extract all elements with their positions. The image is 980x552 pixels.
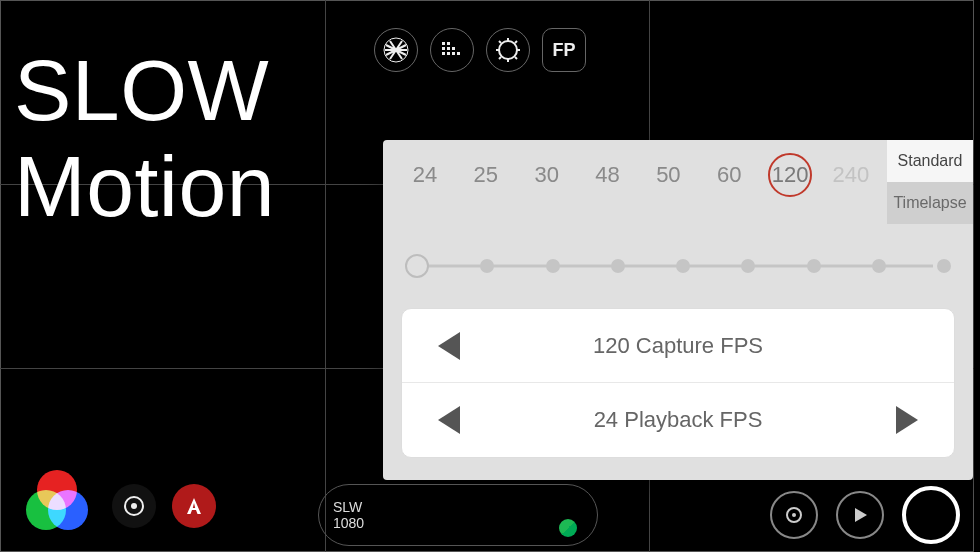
color-balance-icon[interactable] — [26, 470, 88, 532]
capture-fps-decrement[interactable] — [438, 332, 460, 360]
svg-line-18 — [515, 41, 517, 43]
tab-standard[interactable]: Standard — [887, 140, 973, 182]
top-icon-bar: FP — [374, 28, 586, 72]
title-line1: SLOW — [14, 42, 275, 138]
svg-rect-1 — [442, 42, 445, 45]
auto-icon[interactable] — [172, 484, 216, 528]
settings-icon[interactable] — [770, 491, 818, 539]
slider-stop — [872, 259, 886, 273]
svg-rect-5 — [452, 47, 455, 50]
slider-stop — [741, 259, 755, 273]
status-dot-icon — [559, 519, 577, 537]
svg-rect-9 — [457, 52, 460, 55]
title-overlay: SLOW Motion — [14, 42, 275, 235]
slider-stop — [611, 259, 625, 273]
svg-rect-2 — [447, 42, 450, 45]
tab-timelapse[interactable]: Timelapse — [887, 182, 973, 224]
fps-option-240: 240 — [829, 162, 873, 188]
panel-tabs: Standard Timelapse — [887, 140, 973, 224]
svg-rect-3 — [442, 47, 445, 50]
svg-line-17 — [499, 57, 501, 59]
svg-line-15 — [499, 41, 501, 43]
play-icon[interactable] — [836, 491, 884, 539]
record-button[interactable] — [902, 486, 960, 544]
playback-slider[interactable] — [405, 252, 951, 280]
fps-option-24[interactable]: 24 — [403, 162, 447, 188]
capture-fps-label: 120 Capture FPS — [460, 333, 896, 359]
fps-option-25[interactable]: 25 — [464, 162, 508, 188]
playback-fps-increment[interactable] — [896, 406, 918, 434]
playback-fps-decrement[interactable] — [438, 406, 460, 434]
mode-indicator[interactable]: SLW 1080 — [318, 484, 598, 546]
title-line2: Motion — [14, 138, 275, 234]
bottom-bar: SLW 1080 — [0, 442, 980, 552]
slider-stop — [546, 259, 560, 273]
fps-option-48[interactable]: 48 — [586, 162, 630, 188]
slider-stop — [676, 259, 690, 273]
zebra-icon[interactable] — [374, 28, 418, 72]
mode-text: SLW 1080 — [333, 499, 364, 531]
svg-line-16 — [515, 57, 517, 59]
fps-panel: Standard Timelapse 242530485060120240 12… — [383, 140, 973, 480]
playback-fps-label: 24 Playback FPS — [460, 407, 896, 433]
gear-icon[interactable] — [486, 28, 530, 72]
capture-fps-row: 120 Capture FPS — [402, 309, 954, 383]
histogram-icon[interactable] — [430, 28, 474, 72]
fps-cards: 120 Capture FPS 24 Playback FPS — [401, 308, 955, 458]
svg-rect-6 — [442, 52, 445, 55]
svg-rect-8 — [452, 52, 455, 55]
svg-point-10 — [499, 41, 517, 59]
fps-option-60[interactable]: 60 — [707, 162, 751, 188]
bottom-right-controls — [770, 486, 960, 544]
slider-stop — [807, 259, 821, 273]
svg-point-20 — [131, 503, 137, 509]
slider-stop — [937, 259, 951, 273]
focus-peaking-icon[interactable]: FP — [542, 28, 586, 72]
svg-rect-7 — [447, 52, 450, 55]
fps-option-50[interactable]: 50 — [646, 162, 690, 188]
svg-point-22 — [792, 513, 796, 517]
svg-rect-4 — [447, 47, 450, 50]
slider-handle[interactable] — [405, 254, 429, 278]
fps-option-row: 242530485060120240 — [403, 162, 873, 188]
fps-option-30[interactable]: 30 — [525, 162, 569, 188]
target-icon[interactable] — [112, 484, 156, 528]
fps-option-120[interactable]: 120 — [768, 162, 812, 188]
slider-stop — [480, 259, 494, 273]
